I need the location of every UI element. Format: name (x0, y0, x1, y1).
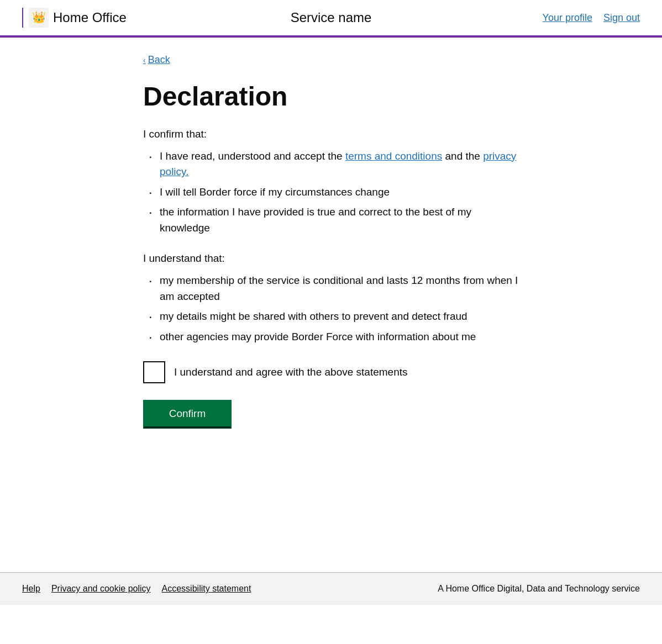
confirm-section-intro: I confirm that: (143, 128, 519, 140)
service-name: Service name (291, 10, 372, 25)
back-link[interactable]: ‹ Back (143, 54, 170, 66)
confirm-button[interactable]: Confirm (143, 400, 232, 429)
confirm-bullet-2: I will tell Border force if my circumsta… (143, 184, 519, 200)
agree-checkbox[interactable] (143, 361, 165, 383)
back-chevron-icon: ‹ (143, 56, 146, 65)
footer-help-link[interactable]: Help (22, 584, 40, 594)
header: 👑 Home Office Service name Your profile … (0, 0, 662, 35)
understand-bullet-2: my details might be shared with others t… (143, 309, 519, 325)
footer-accessibility-link[interactable]: Accessibility statement (162, 584, 251, 594)
logo-border: 👑 Home Office (22, 8, 127, 28)
sign-out-link[interactable]: Sign out (603, 12, 640, 24)
header-nav: Your profile Sign out (543, 12, 640, 24)
footer-spacer (0, 462, 662, 572)
footer-links: Help Privacy and cookie policy Accessibi… (22, 584, 251, 594)
understand-bullet-3: other agencies may provide Border Force … (143, 329, 519, 345)
confirm-bullet-1: I have read, understood and accept the t… (143, 149, 519, 180)
org-name: Home Office (53, 10, 127, 25)
understand-bullets-list: my membership of the service is conditio… (143, 273, 519, 345)
privacy-policy-link[interactable]: privacy policy. (160, 150, 516, 178)
your-profile-link[interactable]: Your profile (543, 12, 592, 24)
checkbox-group: I understand and agree with the above st… (143, 361, 519, 383)
understand-section-intro: I understand that: (143, 252, 519, 265)
home-office-crest-icon: 👑 (29, 8, 49, 28)
terms-conditions-link[interactable]: terms and conditions (345, 150, 442, 162)
footer-privacy-link[interactable]: Privacy and cookie policy (51, 584, 151, 594)
footer-info: A Home Office Digital, Data and Technolo… (438, 584, 640, 594)
svg-text:👑: 👑 (32, 10, 46, 24)
understand-bullet-1: my membership of the service is conditio… (143, 273, 519, 304)
checkbox-label[interactable]: I understand and agree with the above st… (174, 366, 408, 378)
confirm-bullet-3: the information I have provided is true … (143, 204, 519, 236)
header-left: 👑 Home Office (22, 8, 127, 28)
confirm-bullets-list: I have read, understood and accept the t… (143, 149, 519, 236)
page-title: Declaration (143, 82, 519, 112)
footer: Help Privacy and cookie policy Accessibi… (0, 573, 662, 605)
main-content: ‹ Back Declaration I confirm that: I hav… (121, 38, 541, 462)
